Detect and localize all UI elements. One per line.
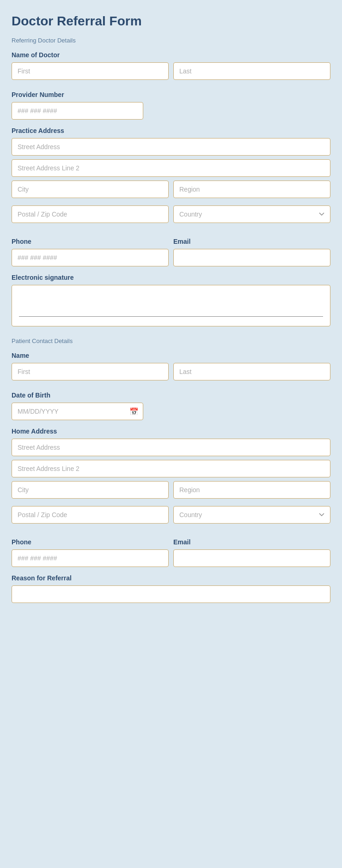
patient-last-name-input[interactable] <box>173 363 330 380</box>
practice-postal-wrap <box>12 205 169 223</box>
patient-name-label: Name <box>12 352 330 359</box>
practice-city-input[interactable] <box>12 181 169 198</box>
practice-postal-country-row: Country Australia United States United K… <box>12 205 330 227</box>
practice-street2-input[interactable] <box>12 159 330 177</box>
referring-doctor-section: Referring Doctor Details Name of Doctor … <box>12 37 330 326</box>
practice-city-wrap <box>12 181 169 198</box>
referral-reason-label: Reason for Referral <box>12 574 330 582</box>
patient-region-wrap <box>173 481 330 499</box>
patient-last-name-wrap <box>173 363 330 380</box>
patient-email-group: Email <box>173 531 330 567</box>
referring-doctor-label: Referring Doctor Details <box>12 37 330 44</box>
patient-street-wrap <box>12 439 330 456</box>
doctor-first-name-input[interactable] <box>12 62 169 80</box>
patient-phone-input[interactable] <box>12 549 169 567</box>
doctor-first-name-wrap <box>12 62 169 80</box>
provider-number-label: Provider Number <box>12 91 330 98</box>
practice-country-select[interactable]: Country Australia United States United K… <box>173 205 330 223</box>
signature-line <box>19 316 323 317</box>
practice-region-input[interactable] <box>173 181 330 198</box>
home-address-label: Home Address <box>12 428 330 435</box>
patient-phone-label: Phone <box>12 538 169 546</box>
name-of-doctor-label: Name of Doctor <box>12 51 330 59</box>
dob-input[interactable] <box>12 403 143 420</box>
practice-country-wrap: Country Australia United States United K… <box>173 205 330 223</box>
patient-country-wrap: Country Australia United States United K… <box>173 506 330 524</box>
doctor-email-input[interactable] <box>173 249 330 266</box>
practice-street2-wrap <box>12 159 330 177</box>
patient-phone-email-row: Phone Email <box>12 531 330 567</box>
doctor-last-name-wrap <box>173 62 330 80</box>
practice-address-label: Practice Address <box>12 127 330 134</box>
patient-country-select[interactable]: Country Australia United States United K… <box>173 506 330 524</box>
provider-number-input[interactable] <box>12 102 143 120</box>
doctor-email-group: Email <box>173 230 330 266</box>
referral-reason-wrap <box>12 585 330 603</box>
patient-email-label: Email <box>173 538 330 546</box>
patient-postal-country-row: Country Australia United States United K… <box>12 506 330 527</box>
doctor-last-name-input[interactable] <box>173 62 330 80</box>
patient-name-row <box>12 363 330 384</box>
practice-postal-input[interactable] <box>12 205 169 223</box>
dob-input-wrap: 📅 <box>12 403 143 420</box>
practice-street-input[interactable] <box>12 138 330 156</box>
patient-email-input[interactable] <box>173 549 330 567</box>
patient-contact-label: Patient Contact Details <box>12 338 330 344</box>
patient-first-name-wrap <box>12 363 169 380</box>
patient-phone-group: Phone <box>12 531 169 567</box>
doctor-email-label: Email <box>173 238 330 245</box>
practice-region-wrap <box>173 181 330 198</box>
signature-label: Electronic signature <box>12 274 330 281</box>
provider-number-wrap <box>12 102 143 120</box>
patient-postal-wrap <box>12 506 169 524</box>
patient-contact-section: Patient Contact Details Name Date of Bir… <box>12 338 330 603</box>
practice-street-wrap <box>12 138 330 156</box>
doctor-phone-group: Phone <box>12 230 169 266</box>
doctor-phone-label: Phone <box>12 238 169 245</box>
referral-reason-input[interactable] <box>12 585 330 603</box>
patient-region-input[interactable] <box>173 481 330 499</box>
practice-city-region-row <box>12 181 330 202</box>
doctor-name-row <box>12 62 330 84</box>
patient-city-region-row <box>12 481 330 502</box>
doctor-phone-input[interactable] <box>12 249 169 266</box>
patient-street2-input[interactable] <box>12 460 330 477</box>
patient-street-input[interactable] <box>12 439 330 456</box>
doctor-phone-email-row: Phone Email <box>12 230 330 266</box>
dob-label: Date of Birth <box>12 392 330 399</box>
patient-postal-input[interactable] <box>12 506 169 524</box>
page-title: Doctor Referral Form <box>12 14 330 29</box>
patient-city-wrap <box>12 481 169 499</box>
patient-first-name-input[interactable] <box>12 363 169 380</box>
patient-street2-wrap <box>12 460 330 477</box>
signature-box[interactable] <box>12 285 330 326</box>
patient-city-input[interactable] <box>12 481 169 499</box>
